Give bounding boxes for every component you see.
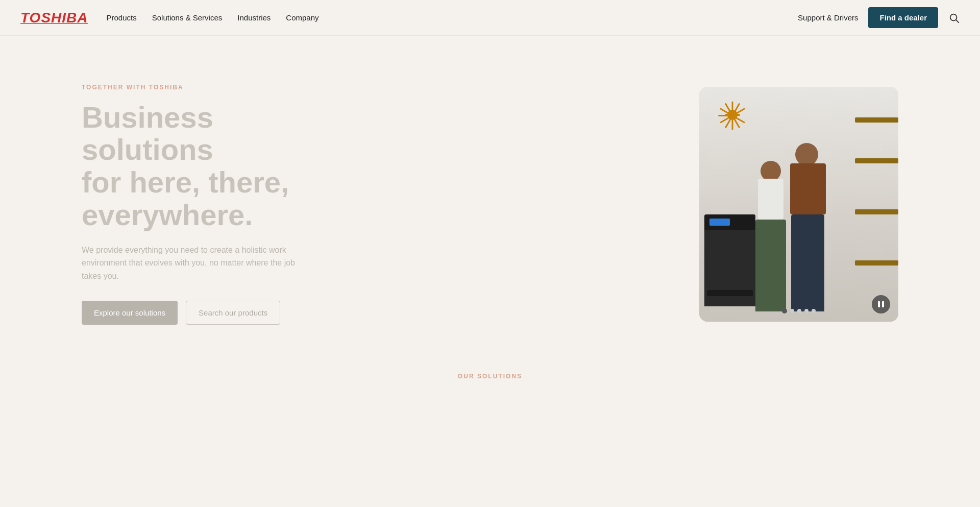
shelf-unit	[852, 97, 898, 322]
hero-description: We provide everything you need to create…	[82, 244, 306, 283]
explore-solutions-button[interactable]: Explore our solutions	[82, 301, 178, 325]
person-woman	[750, 168, 791, 311]
hero-title-line3: everywhere.	[82, 198, 253, 231]
hero-section: TOGETHER WITH TOSHIBA Business solutions…	[0, 36, 980, 373]
printer-top	[704, 214, 755, 230]
pause-bar-left	[878, 301, 880, 307]
search-icon	[948, 12, 960, 23]
logo-link[interactable]: TOSHIBA	[20, 10, 88, 26]
nav-item-industries[interactable]: Industries	[237, 13, 271, 22]
carousel-dot-4[interactable]	[804, 309, 808, 313]
pause-bar-right	[882, 301, 884, 307]
man-torso	[790, 163, 826, 214]
carousel-dot-2[interactable]	[790, 309, 794, 313]
person-man	[786, 148, 832, 311]
man-body	[791, 214, 824, 311]
pause-icon	[878, 301, 884, 307]
man-head	[795, 143, 818, 166]
hero-image-placeholder	[699, 87, 898, 322]
hero-buttons: Explore our solutions Search our product…	[82, 301, 347, 325]
hero-content: TOGETHER WITH TOSHIBA Business solutions…	[82, 84, 368, 325]
nav-link-solutions[interactable]: Solutions & Services	[152, 13, 223, 22]
hero-image	[699, 87, 898, 322]
navbar-left: TOSHIBA Products Solutions & Services In…	[20, 10, 319, 26]
carousel-dot-1[interactable]	[782, 308, 787, 313]
search-button[interactable]	[948, 12, 960, 23]
woman-head	[761, 161, 781, 181]
printer	[704, 214, 755, 306]
carousel-dot-3[interactable]	[797, 309, 801, 313]
pause-button[interactable]	[872, 295, 890, 313]
hero-title-line2: for here, there,	[82, 165, 289, 199]
nav-links: Products Solutions & Services Industries…	[107, 13, 319, 22]
search-products-button[interactable]: Search our products	[186, 301, 280, 325]
logo: TOSHIBA	[20, 10, 88, 26]
navbar: TOSHIBA Products Solutions & Services In…	[0, 0, 980, 36]
woman-body	[755, 220, 786, 311]
printer-screen	[709, 219, 730, 226]
woman-torso	[758, 179, 783, 220]
nav-link-industries[interactable]: Industries	[237, 13, 271, 22]
shelf-board-1	[855, 117, 898, 123]
hero-eyebrow: TOGETHER WITH TOSHIBA	[82, 84, 347, 91]
nav-link-company[interactable]: Company	[286, 13, 318, 22]
carousel-dot-5[interactable]	[812, 309, 816, 313]
shelf-board-2	[855, 158, 898, 163]
navbar-right: Support & Drivers Find a dealer	[798, 7, 960, 28]
find-dealer-button[interactable]: Find a dealer	[868, 7, 938, 28]
sun-decoration	[715, 97, 750, 133]
hero-title: Business solutions for here, there, ever…	[82, 101, 347, 231]
svg-line-1	[956, 20, 959, 22]
hero-title-line1: Business solutions	[82, 101, 213, 166]
nav-link-products[interactable]: Products	[107, 13, 137, 22]
carousel-dots	[782, 308, 816, 313]
our-solutions-section: OUR SOLUTIONS	[0, 373, 980, 388]
nav-item-company[interactable]: Company	[286, 13, 318, 22]
nav-item-products[interactable]: Products	[107, 13, 137, 22]
nav-item-solutions[interactable]: Solutions & Services	[152, 13, 223, 22]
shelf-board-3	[855, 209, 898, 214]
shelf-board-4	[855, 260, 898, 265]
our-solutions-label: OUR SOLUTIONS	[0, 373, 980, 380]
support-drivers-link[interactable]: Support & Drivers	[798, 13, 858, 22]
printer-tray	[707, 290, 753, 296]
printer-body	[704, 230, 755, 306]
